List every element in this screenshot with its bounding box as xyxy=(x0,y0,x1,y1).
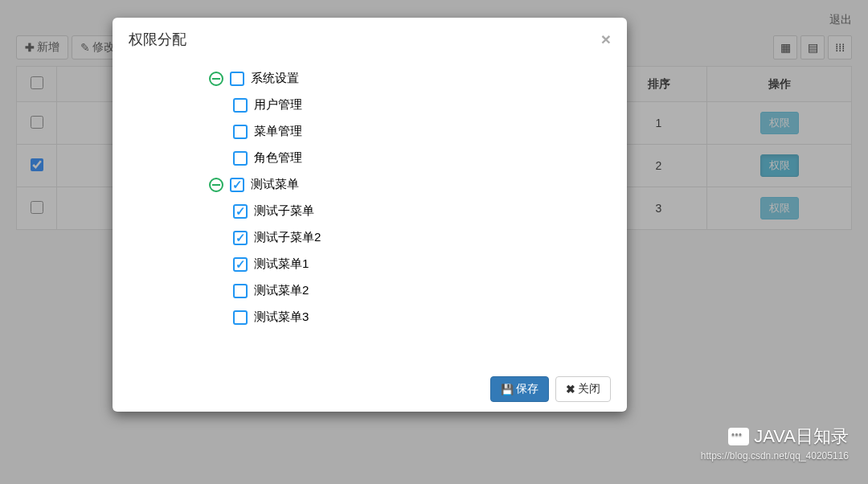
tree-label[interactable]: 测试菜单2 xyxy=(254,283,309,298)
tree-node: 角色管理 xyxy=(233,145,611,171)
close-icon[interactable]: × xyxy=(601,30,611,49)
tree-checkbox[interactable] xyxy=(233,204,248,219)
tree-label[interactable]: 测试菜单3 xyxy=(254,310,309,325)
tree-label[interactable]: 测试菜单1 xyxy=(254,256,309,272)
tree-node: 测试子菜单2 xyxy=(233,224,611,251)
wechat-icon xyxy=(728,428,749,445)
tree-label[interactable]: 测试菜单 xyxy=(251,177,299,192)
modal-header: 权限分配 × xyxy=(113,18,627,61)
tree-node: 测试子菜单 xyxy=(233,198,611,224)
tree-checkbox[interactable] xyxy=(233,310,248,325)
tree-label[interactable]: 系统设置 xyxy=(251,71,299,86)
modal-title: 权限分配 xyxy=(129,30,186,49)
collapse-icon[interactable] xyxy=(209,178,223,192)
tree-label[interactable]: 菜单管理 xyxy=(254,124,302,139)
collapse-icon[interactable] xyxy=(209,72,223,86)
tree-checkbox[interactable] xyxy=(230,72,244,86)
tree-checkbox[interactable] xyxy=(233,284,248,298)
save-button[interactable]: 💾保存 xyxy=(490,376,549,402)
save-icon: 💾 xyxy=(501,384,514,396)
tree-node: 测试菜单2 xyxy=(209,277,611,304)
watermark: JAVA日知录 https://blog.csdn.net/qq_4020511… xyxy=(701,425,849,461)
permission-modal: 权限分配 × 系统设置用户管理菜单管理角色管理测试菜单测试子菜单测试子菜单2测试… xyxy=(113,18,627,412)
tree-node: 测试菜单1 xyxy=(209,251,611,277)
x-icon: ✖ xyxy=(566,383,575,396)
tree-checkbox[interactable] xyxy=(233,151,248,166)
tree-checkbox[interactable] xyxy=(233,125,248,139)
tree-label[interactable]: 测试子菜单2 xyxy=(254,230,321,245)
tree-node: 用户管理 xyxy=(233,92,611,118)
tree-checkbox[interactable] xyxy=(233,231,248,245)
tree-label[interactable]: 测试子菜单 xyxy=(254,203,314,219)
modal-body: 系统设置用户管理菜单管理角色管理测试菜单测试子菜单测试子菜单2测试菜单1测试菜单… xyxy=(113,61,627,367)
tree-label[interactable]: 角色管理 xyxy=(254,150,302,166)
tree-node: 测试菜单3 xyxy=(209,304,611,330)
close-button[interactable]: ✖关闭 xyxy=(555,376,611,402)
modal-footer: 💾保存 ✖关闭 xyxy=(113,367,627,412)
permission-tree: 系统设置用户管理菜单管理角色管理测试菜单测试子菜单测试子菜单2测试菜单1测试菜单… xyxy=(129,65,611,330)
tree-checkbox[interactable] xyxy=(230,178,244,192)
tree-node: 菜单管理 xyxy=(233,118,611,145)
tree-node: 系统设置 xyxy=(209,65,611,92)
tree-label[interactable]: 用户管理 xyxy=(254,97,302,113)
tree-checkbox[interactable] xyxy=(233,98,248,113)
tree-node: 测试菜单 xyxy=(209,171,611,198)
tree-checkbox[interactable] xyxy=(233,257,248,272)
